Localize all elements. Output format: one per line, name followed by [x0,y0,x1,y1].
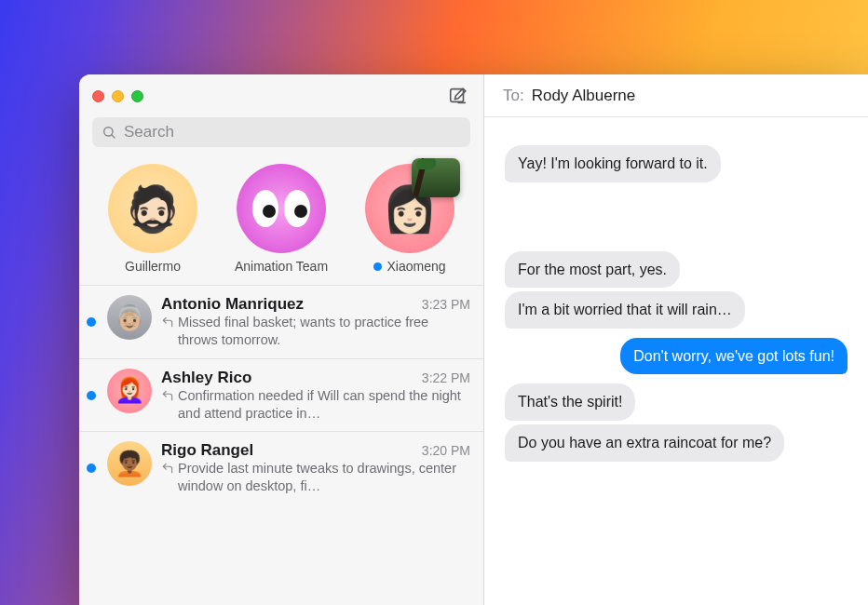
pinned-conversation[interactable]: 🧔🏻Guillermo [95,164,210,274]
message-thread: Yay! I'm looking forward to it.For the m… [484,117,868,605]
received-message-bubble[interactable]: That's the spirit! [505,383,635,421]
pinned-label: Guillermo [125,259,181,274]
sidebar: 🧔🏻GuillermoAnimation Team👩🏻Xiaomeng 👵🏼An… [79,74,484,605]
avatar [237,164,326,253]
eyes-icon [237,164,326,253]
conversation-row[interactable]: 👵🏼Antonio Manriquez3:23 PMMissed final b… [79,285,483,358]
memoji-icon: 👵🏼 [107,295,152,340]
pinned-conversation[interactable]: Animation Team [224,164,339,274]
svg-line-2 [112,135,115,138]
memoji-icon: 👩🏻‍🦰 [107,369,152,413]
conversation-list: 👵🏼Antonio Manriquez3:23 PMMissed final b… [79,283,483,605]
minimize-window-button[interactable] [112,90,124,102]
to-bar: To: Rody Albuerne [484,74,868,117]
compose-button[interactable] [446,84,470,108]
unread-dot-icon [373,262,382,271]
conversation-row[interactable]: 👩🏻‍🦰Ashley Rico3:22 PMConfirmation neede… [79,358,483,432]
pinned-label: Xiaomeng [373,259,445,274]
reply-arrow-icon [161,316,174,349]
memoji-icon: 🧔🏻 [108,164,197,253]
pinned-label: Animation Team [235,259,328,274]
sent-message-bubble[interactable]: Don't worry, we've got lots fun! [620,338,848,375]
search-field[interactable] [92,117,470,147]
compose-icon [448,86,468,106]
conversation-time: 3:23 PM [422,297,470,312]
search-input[interactable] [124,123,461,141]
window-controls [92,90,143,102]
received-message-bubble[interactable]: Do you have an extra raincoat for me? [505,424,784,462]
pinned-row: 🧔🏻GuillermoAnimation Team👩🏻Xiaomeng [79,156,483,283]
avatar: 👩🏻 [365,164,454,253]
conversation-name: Ashley Rico [161,369,251,387]
to-recipient[interactable]: Rody Albuerne [532,87,636,105]
conversation-pane: To: Rody Albuerne Yay! I'm looking forwa… [484,74,868,605]
avatar: 🧔🏻 [108,164,197,253]
pinned-conversation[interactable]: 👩🏻Xiaomeng [352,164,468,274]
conversation-name: Antonio Manriquez [161,295,304,314]
desktop-wallpaper: 🧔🏻GuillermoAnimation Team👩🏻Xiaomeng 👵🏼An… [0,0,868,605]
conversation-name: Rigo Rangel [161,441,253,460]
conversation-preview: Provide last minute tweaks to drawings, … [161,460,470,495]
memoji-icon: 🧑🏾‍🦱 [107,441,152,486]
avatar: 🧑🏾‍🦱 [107,441,152,486]
zoom-window-button[interactable] [131,90,143,102]
conversation-preview: Missed final basket; wants to practice f… [161,314,470,349]
search-icon [102,125,116,140]
received-message-bubble[interactable]: Yay! I'm looking forward to it. [505,145,721,182]
avatar: 👩🏻‍🦰 [107,369,152,413]
reply-arrow-icon [161,389,174,423]
close-window-button[interactable] [92,90,104,102]
titlebar [79,74,483,117]
conversation-preview: Confirmation needed if Will can spend th… [161,387,470,423]
messages-window: 🧔🏻GuillermoAnimation Team👩🏻Xiaomeng 👵🏼An… [79,74,868,605]
conversation-time: 3:22 PM [422,370,470,385]
unread-dot-icon [87,317,96,327]
reply-arrow-icon [161,462,174,495]
to-label: To: [503,87,524,105]
received-message-bubble[interactable]: I'm a bit worried that it will rain… [505,291,745,329]
shared-photo-thumbnail [412,158,460,197]
avatar: 👵🏼 [107,295,152,340]
unread-dot-icon [87,391,96,400]
received-message-bubble[interactable]: For the most part, yes. [505,251,680,289]
conversation-time: 3:20 PM [422,443,470,458]
conversation-row[interactable]: 🧑🏾‍🦱Rigo Rangel3:20 PMProvide last minut… [79,431,483,504]
unread-dot-icon [87,464,96,473]
